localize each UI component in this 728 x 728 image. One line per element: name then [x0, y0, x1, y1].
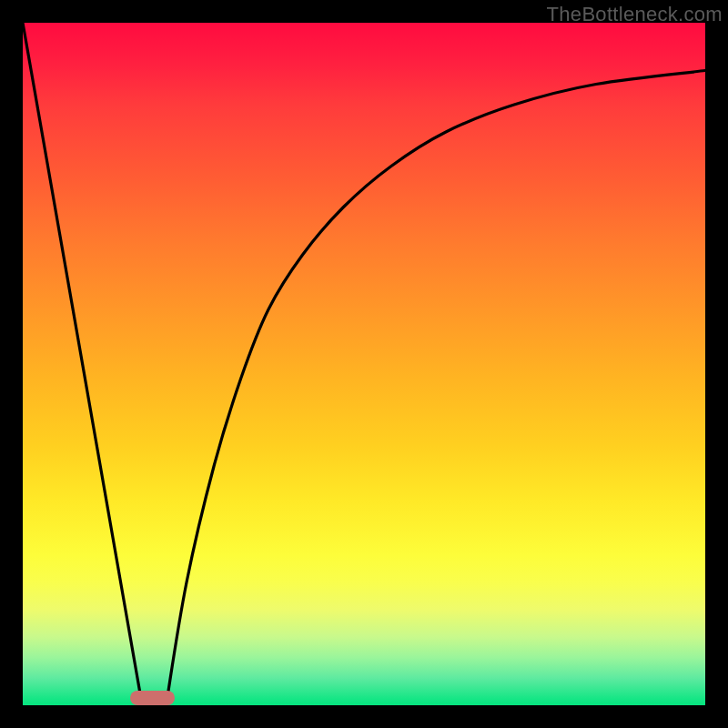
watermark-text: TheBottleneck.com: [547, 3, 723, 26]
chart-frame: TheBottleneck.com: [0, 0, 728, 728]
right-curve-line: [167, 71, 706, 706]
curve-layer: [23, 23, 705, 705]
plot-area: [23, 23, 705, 705]
min-marker: [130, 691, 175, 706]
left-slope-line: [23, 23, 142, 705]
